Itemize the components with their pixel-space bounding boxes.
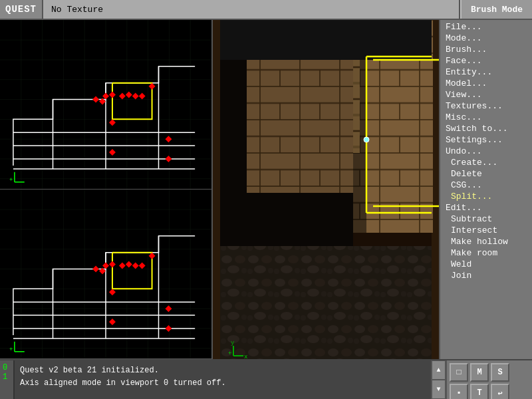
select-tool-button[interactable]: □ [450, 363, 468, 382]
top-bar: QUEST No Texture Brush Mode [0, 0, 532, 20]
status-line-0: Quest v2 beta 21 initialized. [20, 364, 426, 377]
viewport-bottom[interactable]: + [0, 190, 211, 359]
svg-text:y: y [231, 340, 235, 346]
svg-point-111 [364, 137, 369, 142]
svg-rect-104 [247, 60, 353, 193]
menu-item-14[interactable]: CSG... [440, 180, 532, 191]
brush-mode-button[interactable]: Brush Mode [460, 0, 532, 19]
line-1: 1 [3, 372, 11, 382]
menu-item-0[interactable]: File... [440, 21, 532, 33]
menu-item-19[interactable]: Make hollow [440, 236, 532, 247]
menu-item-13[interactable]: Delete [440, 168, 532, 180]
quest-logo: QUEST [0, 0, 43, 19]
menu-item-10[interactable]: Settings... [440, 134, 532, 146]
line-0: 0 [3, 363, 11, 372]
menu-item-4[interactable]: Entity... [440, 66, 532, 78]
svg-rect-106 [220, 246, 432, 359]
undo-tool-button[interactable]: ↩ [491, 384, 509, 399]
scale-tool-button[interactable]: S [491, 363, 509, 382]
tool-buttons: □MS▪T↩↪↑↓ [446, 360, 532, 399]
menu-item-6[interactable]: View... [440, 89, 532, 100]
menu-item-17[interactable]: Subtract [440, 213, 532, 225]
svg-text:+: + [9, 346, 13, 353]
move-tool-button[interactable]: M [470, 363, 489, 382]
bottom-bar: 0 1 Quest v2 beta 21 initialized. Axis a… [0, 359, 532, 399]
menu-item-1[interactable]: Mode... [440, 33, 532, 44]
left-panel: + [0, 20, 213, 359]
menu-item-9[interactable]: Switch to... [440, 123, 532, 134]
menu-item-3[interactable]: Face... [440, 55, 532, 66]
menu-item-12[interactable]: Create... [440, 157, 532, 168]
texture-tool-button[interactable]: T [470, 384, 489, 399]
svg-text:x: x [244, 354, 247, 359]
menu-item-5[interactable]: Model... [440, 78, 532, 89]
status-line-1: Axis aligned mode in viewport 0 turned o… [20, 377, 426, 390]
texture-label: No Texture [43, 0, 460, 19]
line-numbers: 0 1 [0, 360, 13, 399]
menu-item-22[interactable]: Join [440, 270, 532, 281]
menu-item-15[interactable]: Split... [440, 191, 532, 202]
menu-item-18[interactable]: Intersect [440, 225, 532, 236]
scroll-down-button[interactable]: ▼ [432, 380, 446, 399]
menu-item-2[interactable]: Brush... [440, 44, 532, 55]
box-tool-button[interactable]: ▪ [450, 384, 468, 399]
menu-item-8[interactable]: Misc... [440, 112, 532, 123]
menu-item-16[interactable]: Edit... [440, 202, 532, 213]
svg-text:+: + [9, 177, 13, 184]
scroll-up-button[interactable]: ▲ [432, 360, 446, 380]
menu-item-20[interactable]: Make room [440, 247, 532, 259]
viewport-top[interactable]: + [0, 20, 211, 190]
scroll-buttons: ▲ ▼ [431, 360, 446, 399]
status-text: Quest v2 beta 21 initialized. Axis align… [13, 360, 431, 399]
menu-item-21[interactable]: Weld [440, 259, 532, 270]
main-content: + [0, 20, 532, 359]
menu-item-7[interactable]: Textures... [440, 100, 532, 112]
svg-rect-107 [220, 20, 432, 60]
3d-viewport[interactable]: + x y [213, 20, 439, 359]
menu-item-11[interactable]: Undo... [440, 146, 532, 157]
svg-text:+: + [228, 350, 231, 357]
right-menu: File...Mode...Brush...Face...Entity...Mo… [439, 20, 532, 359]
